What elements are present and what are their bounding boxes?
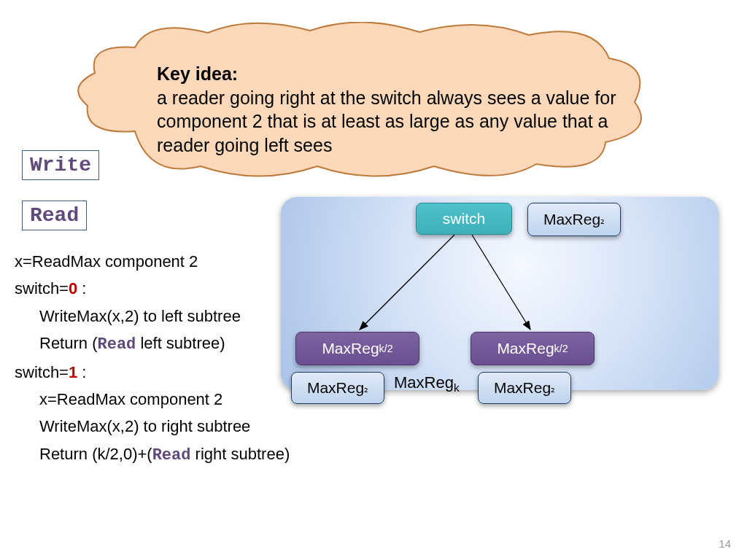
maxreg-top: MaxReg₂ [527,203,621,236]
pseudo-line: switch=1 : [15,359,290,386]
page-number: 14 [719,537,731,550]
pseudo-line: switch=0 : [15,275,290,302]
pseudocode: x=ReadMax component 2 switch=0 : WriteMa… [15,248,290,469]
pseudo-line: WriteMax(x,2) to right subtree [39,413,290,440]
pseudo-line: Return (Read left subtree) [39,330,290,358]
maxreg-left: MaxRegk/2 [295,332,419,365]
write-label: Write [22,150,99,180]
tree-diagram: switch MaxReg₂ MaxRegk/2 MaxRegk/2 MaxRe… [274,190,726,416]
key-idea-text: Key idea: a reader going right at the sw… [157,62,646,157]
key-idea-cloud: Key idea: a reader going right at the sw… [69,22,653,179]
switch-node: switch [416,203,512,235]
pseudo-line: x=ReadMax component 2 [15,248,290,275]
read-label: Read [22,201,87,230]
pseudo-line: WriteMax(x,2) to left subtree [39,303,290,330]
key-idea-body: a reader going right at the switch alway… [157,88,616,155]
maxreg-center-label: MaxRegk [394,373,460,394]
maxreg-bottom-right: MaxReg₂ [478,372,571,404]
pseudo-line: x=ReadMax component 2 [39,386,290,413]
maxreg-bottom-left: MaxReg₂ [291,372,384,404]
key-idea-heading: Key idea [157,63,232,84]
maxreg-right: MaxRegk/2 [471,332,595,365]
pseudo-line: Return (k/2,0)+(Read right subtree) [39,440,290,469]
